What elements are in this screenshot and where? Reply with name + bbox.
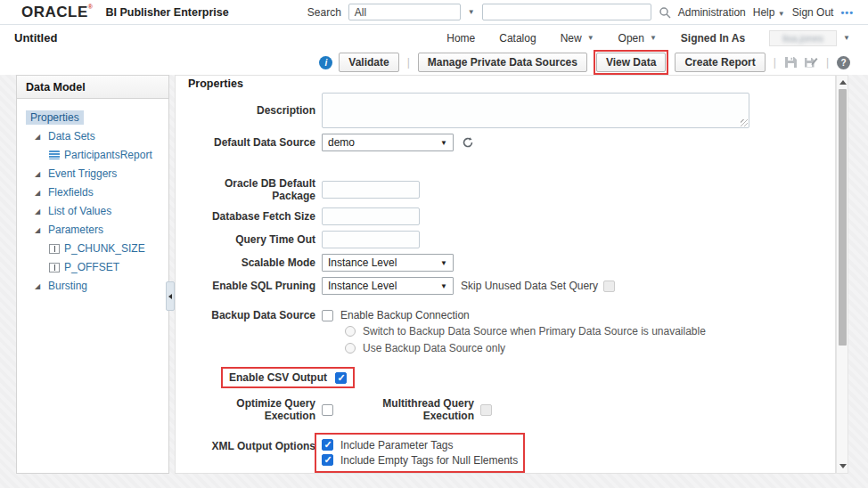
toolbar-divider: | [407, 56, 410, 69]
query-time-out-label: Query Time Out [188, 233, 322, 246]
tree-item-list-of-values[interactable]: List of Values [48, 205, 111, 217]
resize-grip[interactable] [741, 119, 748, 126]
username-display: lisa.jones [769, 30, 837, 46]
help-menu[interactable]: Help ▼ [753, 6, 785, 19]
save-icon[interactable] [784, 56, 798, 69]
action-toolbar: i Validate | Manage Private Data Sources… [0, 50, 868, 75]
xml-options-highlight-box: Include Parameter Tags Include Empty Tag… [315, 433, 525, 473]
splitter-collapse-icon [168, 294, 172, 299]
search-input[interactable] [482, 4, 651, 20]
tree-item-flexfields[interactable]: Flexfields [48, 186, 94, 199]
registered-mark: ® [88, 4, 94, 10]
query-time-out-input[interactable] [322, 231, 420, 248]
page-title: Untitled [14, 31, 57, 45]
enable-sql-pruning-label: Enable SQL Pruning [188, 280, 322, 292]
nav-home[interactable]: Home [446, 32, 475, 45]
optimize-query-execution-checkbox[interactable] [322, 404, 333, 416]
administration-link[interactable]: Administration [678, 6, 746, 19]
switch-to-backup-label: Switch to Backup Data Source when Primar… [363, 325, 706, 338]
toolbar-divider: | [826, 56, 829, 69]
properties-panel: Properties Description Default Data Sour… [175, 75, 836, 474]
tree-expand-icon[interactable]: ◢ [35, 207, 45, 216]
tree-expand-icon[interactable]: ◢ [35, 282, 45, 290]
tree-item-bursting[interactable]: Bursting [48, 280, 87, 292]
search-icon[interactable] [659, 6, 671, 19]
backup-data-source-label: Backup Data Source [188, 309, 322, 321]
search-label: Search [307, 6, 341, 19]
scrollbar-up-icon[interactable] [839, 78, 847, 86]
tree-expand-icon[interactable]: ◢ [35, 226, 45, 234]
description-textarea[interactable] [322, 93, 749, 128]
tree-expand-icon[interactable]: ◢ [35, 170, 45, 178]
nav-new-menu[interactable]: New▼ [561, 32, 594, 45]
top-header-bar: ORACLE® BI Publisher Enterprise Search A… [0, 0, 868, 25]
help-icon[interactable]: ? [837, 56, 850, 69]
database-fetch-size-input[interactable] [322, 207, 420, 225]
view-data-highlight-box: View Data [594, 50, 668, 75]
signed-in-as-label: Signed In As [681, 32, 745, 45]
form-gap [188, 422, 835, 433]
tree-expand-icon[interactable]: ◢ [35, 133, 45, 141]
tree-item-properties[interactable]: Properties [26, 110, 84, 125]
chevron-down-icon: ▼ [650, 34, 657, 42]
tree-item-p-chunk-size[interactable]: P_CHUNK_SIZE [64, 242, 145, 255]
chevron-down-icon[interactable]: ▼ [843, 34, 850, 42]
scrollbar-down-icon[interactable] [839, 462, 847, 470]
include-parameter-tags-label: Include Parameter Tags [340, 439, 454, 451]
data-set-icon [49, 150, 60, 159]
sign-out-link[interactable]: Sign Out [792, 6, 834, 19]
parameter-icon [49, 244, 60, 254]
form-gap [188, 300, 835, 309]
validate-button[interactable]: Validate [339, 53, 398, 72]
search-scope-select[interactable]: All [348, 4, 461, 20]
multithread-query-execution-label: Multithread Query Execution [333, 397, 480, 422]
manage-private-data-sources-button[interactable]: Manage Private Data Sources [418, 53, 587, 72]
switch-to-backup-radio[interactable] [345, 326, 356, 337]
chevron-down-icon: ▼ [778, 10, 785, 18]
info-icon: i [319, 56, 332, 69]
nav-catalog[interactable]: Catalog [499, 32, 536, 45]
view-data-button[interactable]: View Data [596, 53, 666, 72]
optimize-query-execution-label: Optimize Query Execution [188, 397, 322, 422]
scrollbar-thumb[interactable] [839, 89, 847, 346]
oracle-db-default-package-label: Oracle DB Default Package [188, 177, 322, 202]
oracle-logo: ORACLE® [21, 4, 93, 21]
description-label: Description [188, 104, 322, 117]
enable-sql-pruning-select[interactable]: Instance Level▼ [322, 277, 454, 295]
xml-output-options-label: XML Output Options [188, 440, 322, 452]
use-backup-only-label: Use Backup Data Source only [363, 342, 505, 354]
nav-open-menu[interactable]: Open▼ [618, 32, 657, 45]
enable-backup-connection-label: Enable Backup Connection [340, 309, 470, 321]
tree-expand-icon[interactable]: ◢ [35, 189, 45, 197]
scalable-mode-select[interactable]: Instance Level▼ [322, 254, 454, 272]
save-as-icon[interactable] [804, 56, 818, 69]
include-empty-tags-label: Include Empty Tags for Null Elements [340, 454, 518, 467]
tree-item-parameters[interactable]: Parameters [48, 224, 103, 236]
enable-csv-output-checkbox[interactable] [335, 372, 347, 384]
create-report-button[interactable]: Create Report [675, 53, 765, 72]
vertical-scrollbar[interactable] [836, 75, 848, 474]
sub-header-bar: Untitled Home Catalog New▼ Open▼ Signed … [0, 26, 868, 50]
panel-splitter-handle[interactable] [166, 281, 175, 311]
include-parameter-tags-checkbox[interactable] [322, 439, 333, 451]
include-empty-tags-checkbox[interactable] [322, 454, 333, 466]
tree-item-p-offset[interactable]: P_OFFSET [64, 261, 119, 273]
tree-item-participantsreport[interactable]: ParticipantsReport [64, 149, 152, 161]
skip-unused-data-set-query-checkbox[interactable] [603, 281, 615, 292]
use-backup-only-radio[interactable] [345, 343, 356, 354]
chevron-down-icon: ▼ [587, 34, 594, 42]
enable-backup-connection-checkbox[interactable] [322, 310, 333, 321]
toolbar-divider: | [774, 56, 776, 69]
refresh-icon[interactable] [462, 136, 474, 149]
parameter-icon [49, 263, 60, 272]
multithread-query-execution-checkbox[interactable] [480, 404, 492, 416]
skip-unused-data-set-query-label: Skip Unused Data Set Query [461, 280, 598, 292]
chevron-down-icon[interactable]: ▼ [468, 8, 475, 16]
database-fetch-size-label: Database Fetch Size [188, 210, 322, 223]
tree-item-data-sets[interactable]: Data Sets [48, 130, 95, 142]
tree-item-event-triggers[interactable]: Event Triggers [48, 167, 117, 180]
oracle-db-default-package-input[interactable] [322, 181, 420, 199]
default-data-source-select[interactable]: demo▼ [322, 134, 454, 151]
more-icon[interactable]: ••• [840, 7, 854, 18]
enable-csv-output-highlight-box: Enable CSV Output [221, 367, 355, 388]
